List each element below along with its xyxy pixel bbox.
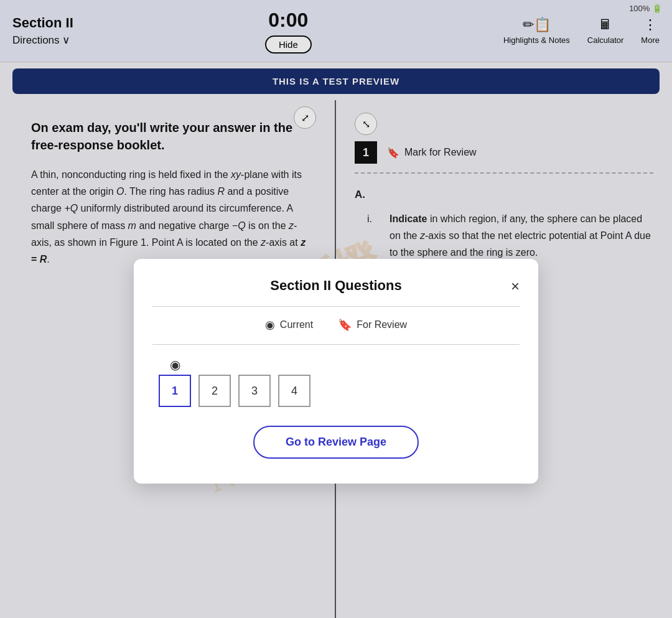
legend-review: 🔖 For Review xyxy=(338,318,407,332)
modal-divider-top xyxy=(152,306,520,307)
question-col-3: 3 xyxy=(238,357,271,407)
modal-header: Section II Questions × xyxy=(152,278,520,294)
section-questions-modal: Section II Questions × ◉ Current 🔖 For R… xyxy=(134,259,538,484)
question-col-1: ◉ 1 xyxy=(159,357,191,407)
modal-legend: ◉ Current 🔖 For Review xyxy=(152,318,520,332)
review-bookmark-icon: 🔖 xyxy=(338,318,352,332)
modal-close-button[interactable]: × xyxy=(511,278,520,295)
question-box-4[interactable]: 4 xyxy=(278,375,310,407)
modal-divider-bottom xyxy=(152,344,520,345)
question-col-2: 2 xyxy=(198,357,231,407)
question-grid: ◉ 1 2 3 4 xyxy=(152,357,520,407)
modal-overlay: Section II Questions × ◉ Current 🔖 For R… xyxy=(0,0,672,618)
question-col-4: 4 xyxy=(278,357,310,407)
current-pin-icon: ◉ xyxy=(265,318,275,332)
legend-current: ◉ Current xyxy=(265,318,313,332)
question-box-2[interactable]: 2 xyxy=(198,375,231,407)
question-box-1[interactable]: 1 xyxy=(159,375,191,407)
current-pin-1: ◉ xyxy=(170,357,180,372)
go-review-button[interactable]: Go to Review Page xyxy=(253,426,419,459)
question-box-3[interactable]: 3 xyxy=(238,375,271,407)
modal-title: Section II Questions xyxy=(270,278,401,294)
